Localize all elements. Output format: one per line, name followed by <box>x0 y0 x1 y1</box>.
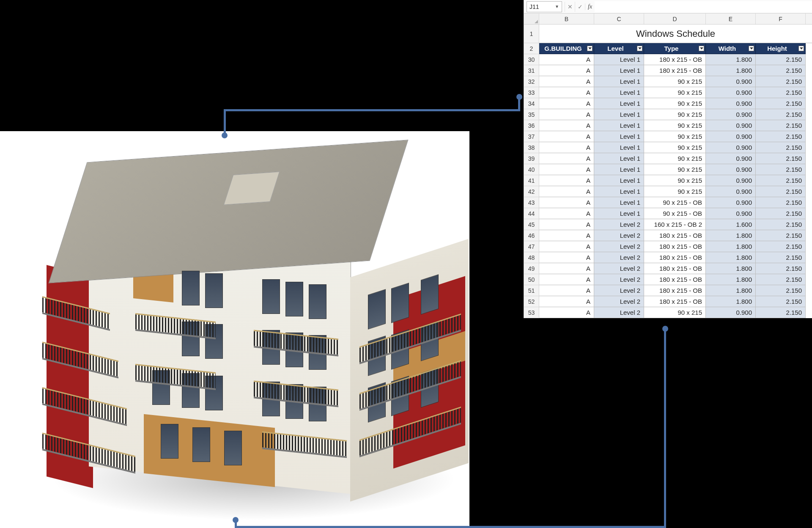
cell-type[interactable]: 90 x 215 <box>644 98 706 109</box>
cell-type[interactable]: 180 x 215 - OB <box>644 252 706 263</box>
cell-gbuilding[interactable]: A <box>539 153 594 164</box>
cell-height[interactable]: 2.150 <box>756 87 806 98</box>
accept-formula-button[interactable]: ✓ <box>575 2 585 12</box>
col-header-B[interactable]: B <box>539 14 594 24</box>
cell-gbuilding[interactable]: A <box>539 54 594 65</box>
cell-height[interactable]: 2.150 <box>756 76 806 87</box>
cell-width[interactable]: 0.900 <box>706 164 756 175</box>
cell-type[interactable]: 90 x 215 <box>644 186 706 197</box>
cell-level[interactable]: Level 1 <box>594 131 644 142</box>
cell-level[interactable]: Level 2 <box>594 307 644 318</box>
fx-icon[interactable]: fx <box>585 3 595 10</box>
cell-level[interactable]: Level 1 <box>594 98 644 109</box>
header-level[interactable]: Level <box>594 43 644 54</box>
cell-type[interactable]: 180 x 215 - OB <box>644 230 706 241</box>
cell-width[interactable]: 1.800 <box>706 263 756 274</box>
row-header[interactable]: 32 <box>524 76 539 87</box>
header-type[interactable]: Type <box>644 43 706 54</box>
row-header-1[interactable]: 1 <box>524 25 539 43</box>
cell-type[interactable]: 180 x 215 - OB <box>644 241 706 252</box>
cell-level[interactable]: Level 1 <box>594 54 644 65</box>
name-box[interactable]: J11 ▼ <box>527 1 562 12</box>
filter-icon[interactable] <box>749 46 754 51</box>
cancel-formula-button[interactable]: ✕ <box>565 2 575 12</box>
cell-width[interactable]: 1.800 <box>706 252 756 263</box>
cell-width[interactable]: 0.900 <box>706 153 756 164</box>
cell-type[interactable]: 180 x 215 - OB <box>644 274 706 285</box>
row-header[interactable]: 39 <box>524 153 539 164</box>
cell-height[interactable]: 2.150 <box>756 153 806 164</box>
cell-width[interactable]: 0.900 <box>706 208 756 219</box>
cell-type[interactable]: 90 x 215 <box>644 120 706 131</box>
cell-gbuilding[interactable]: A <box>539 76 594 87</box>
header-width[interactable]: Width <box>706 43 756 54</box>
cell-gbuilding[interactable]: A <box>539 98 594 109</box>
cell-level[interactable]: Level 2 <box>594 241 644 252</box>
cell-level[interactable]: Level 1 <box>594 87 644 98</box>
row-header[interactable]: 48 <box>524 252 539 263</box>
row-header[interactable]: 34 <box>524 98 539 109</box>
cell-gbuilding[interactable]: A <box>539 263 594 274</box>
cell-gbuilding[interactable]: A <box>539 87 594 98</box>
cell-width[interactable]: 1.800 <box>706 296 756 307</box>
cell-width[interactable]: 0.900 <box>706 87 756 98</box>
cell-type[interactable]: 90 x 215 <box>644 87 706 98</box>
row-header[interactable]: 36 <box>524 120 539 131</box>
cell-level[interactable]: Level 2 <box>594 285 644 296</box>
filter-icon[interactable] <box>587 46 593 51</box>
cell-level[interactable]: Level 1 <box>594 109 644 120</box>
cell-gbuilding[interactable]: A <box>539 120 594 131</box>
cell-type[interactable]: 180 x 215 - OB <box>644 296 706 307</box>
filter-icon[interactable] <box>699 46 704 51</box>
cell-level[interactable]: Level 2 <box>594 252 644 263</box>
cell-height[interactable]: 2.150 <box>756 307 806 318</box>
cell-level[interactable]: Level 2 <box>594 230 644 241</box>
row-header[interactable]: 52 <box>524 296 539 307</box>
cell-height[interactable]: 2.150 <box>756 219 806 230</box>
cell-level[interactable]: Level 1 <box>594 164 644 175</box>
cell-height[interactable]: 2.150 <box>756 285 806 296</box>
row-header[interactable]: 42 <box>524 186 539 197</box>
cell-height[interactable]: 2.150 <box>756 164 806 175</box>
cell-level[interactable]: Level 2 <box>594 219 644 230</box>
cell-gbuilding[interactable]: A <box>539 109 594 120</box>
cell-type[interactable]: 90 x 215 <box>644 131 706 142</box>
cell-type[interactable]: 90 x 215 <box>644 175 706 186</box>
cell-level[interactable]: Level 1 <box>594 120 644 131</box>
cell-height[interactable]: 2.150 <box>756 296 806 307</box>
row-header[interactable]: 35 <box>524 109 539 120</box>
cell-level[interactable]: Level 1 <box>594 76 644 87</box>
cell-width[interactable]: 0.900 <box>706 131 756 142</box>
cell-type[interactable]: 90 x 215 - OB <box>644 208 706 219</box>
row-header[interactable]: 41 <box>524 175 539 186</box>
cell-level[interactable]: Level 1 <box>594 186 644 197</box>
cell-width[interactable]: 1.800 <box>706 285 756 296</box>
cell-type[interactable]: 180 x 215 - OB <box>644 285 706 296</box>
cell-gbuilding[interactable]: A <box>539 186 594 197</box>
cell-height[interactable]: 2.150 <box>756 65 806 76</box>
header-gbuilding[interactable]: G.BUILDING <box>539 43 594 54</box>
col-header-C[interactable]: C <box>594 14 644 24</box>
cell-gbuilding[interactable]: A <box>539 285 594 296</box>
col-header-F[interactable]: F <box>756 14 806 24</box>
building-render-viewport[interactable] <box>0 131 469 528</box>
row-header[interactable]: 46 <box>524 230 539 241</box>
row-header-2[interactable]: 2 <box>524 43 539 54</box>
filter-icon[interactable] <box>637 46 642 51</box>
cell-width[interactable]: 0.900 <box>706 109 756 120</box>
row-header[interactable]: 45 <box>524 219 539 230</box>
cell-height[interactable]: 2.150 <box>756 197 806 208</box>
cell-type[interactable]: 180 x 215 - OB <box>644 65 706 76</box>
row-header[interactable]: 38 <box>524 142 539 153</box>
cell-type[interactable]: 90 x 215 <box>644 142 706 153</box>
cell-width[interactable]: 1.600 <box>706 219 756 230</box>
cell-width[interactable]: 0.900 <box>706 175 756 186</box>
cell-height[interactable]: 2.150 <box>756 98 806 109</box>
cell-gbuilding[interactable]: A <box>539 208 594 219</box>
cell-height[interactable]: 2.150 <box>756 109 806 120</box>
row-header[interactable]: 44 <box>524 208 539 219</box>
row-header[interactable]: 40 <box>524 164 539 175</box>
formula-input[interactable] <box>595 1 812 12</box>
cell-gbuilding[interactable]: A <box>539 296 594 307</box>
cell-width[interactable]: 0.900 <box>706 142 756 153</box>
